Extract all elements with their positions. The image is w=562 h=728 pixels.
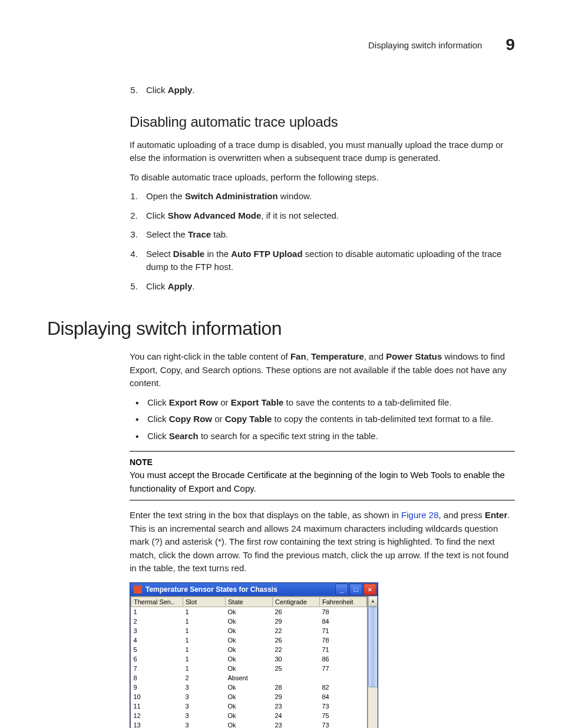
table-cell: 23 [273, 701, 320, 711]
table-cell: Ok [226, 683, 273, 692]
table-row[interactable]: 82Absent [131, 673, 367, 683]
running-title: Displaying switch information [368, 40, 482, 50]
step-3: Select the Trace tab. [140, 228, 515, 242]
window-title: Temperature Sensor States for Chassis [146, 585, 277, 594]
table-cell: 11 [131, 701, 183, 711]
table-row[interactable]: 133Ok2373 [131, 720, 367, 729]
step-4: Select Disable in the Auto FTP Upload se… [140, 248, 515, 274]
table-cell: 8 [131, 673, 183, 683]
minimize-button[interactable]: _ [335, 584, 348, 595]
col-thermal[interactable]: Thermal Sen.. [131, 597, 183, 607]
col-slot[interactable]: Slot [183, 597, 226, 607]
table-cell: 1 [183, 654, 226, 664]
col-centigrade[interactable]: Centigrade [273, 597, 320, 607]
scroll-track[interactable] [368, 607, 378, 729]
temperature-table[interactable]: Thermal Sen.. Slot State Centigrade Fahr… [131, 597, 367, 729]
bullet-copy: Click Copy Row or Copy Table to copy the… [130, 413, 515, 426]
table-cell: Ok [226, 701, 273, 711]
table-header-row: Thermal Sen.. Slot State Centigrade Fahr… [131, 597, 367, 607]
table-cell: 1 [131, 607, 183, 617]
step-5-preceding: Click Apply. [140, 84, 515, 97]
rightclick-paragraph: You can right-click in the table content… [130, 350, 515, 390]
table-cell: 1 [183, 664, 226, 673]
table-row[interactable]: 51Ok2271 [131, 645, 367, 654]
table-cell: 1 [183, 617, 226, 626]
note-block: NOTE You must accept the Brocade Certifi… [130, 451, 515, 500]
figure-28-link[interactable]: Figure 28 [401, 510, 438, 520]
table-cell: 29 [273, 617, 320, 626]
table-cell: 10 [131, 692, 183, 701]
table-cell: 3 [183, 683, 226, 692]
table-cell: 71 [320, 626, 367, 635]
table-cell: 82 [320, 683, 367, 692]
table-cell: 84 [320, 617, 367, 626]
table-cell: 77 [320, 664, 367, 673]
table-cell: 1 [183, 635, 226, 645]
table-cell: Ok [226, 711, 273, 720]
search-paragraph: Enter the text string in the box that di… [130, 509, 515, 575]
table-cell: 1 [183, 607, 226, 617]
close-button[interactable]: × [363, 584, 376, 595]
table-row[interactable]: 113Ok2373 [131, 701, 367, 711]
scroll-thumb[interactable] [368, 607, 378, 687]
step-5: Click Apply. [140, 280, 515, 294]
col-state[interactable]: State [226, 597, 273, 607]
disable-intro-paragraph: If automatic uploading of a trace dump i… [130, 139, 515, 165]
table-row[interactable]: 31Ok2271 [131, 626, 367, 635]
table-cell: 73 [320, 720, 367, 729]
table-cell: 26 [273, 635, 320, 645]
running-header: Displaying switch information 9 [47, 35, 515, 54]
table-cell: 26 [273, 607, 320, 617]
table-cell: 78 [320, 607, 367, 617]
table-cell: 25 [273, 664, 320, 673]
table-cell: Absent [226, 673, 273, 683]
table-row[interactable]: 21Ok2984 [131, 617, 367, 626]
table-cell: 73 [320, 701, 367, 711]
table-cell: Ok [226, 617, 273, 626]
table-cell: 2 [131, 617, 183, 626]
table-cell: 1 [183, 645, 226, 654]
col-fahrenheit[interactable]: Fahrenheit [320, 597, 367, 607]
step-1: Open the Switch Administration window. [140, 190, 515, 203]
table-cell: 22 [273, 645, 320, 654]
table-cell: 3 [183, 711, 226, 720]
table-cell: 30 [273, 654, 320, 664]
table-cell: 3 [183, 720, 226, 729]
app-icon [134, 585, 142, 594]
table-cell: Ok [226, 626, 273, 635]
table-row[interactable]: 71Ok2577 [131, 664, 367, 673]
step-2: Click Show Advanced Mode, if it is not s… [140, 209, 515, 223]
table-row[interactable]: 123Ok2475 [131, 711, 367, 720]
window-titlebar[interactable]: Temperature Sensor States for Chassis _ … [130, 583, 378, 596]
subsection-title: Disabling automatic trace uploads [130, 114, 515, 130]
table-cell: 24 [273, 711, 320, 720]
table-cell: 3 [183, 692, 226, 701]
table-cell: Ok [226, 607, 273, 617]
table-cell: 29 [273, 692, 320, 701]
table-container: Thermal Sen.. Slot State Centigrade Fahr… [130, 596, 368, 729]
table-cell: Ok [226, 664, 273, 673]
table-cell: 22 [273, 626, 320, 635]
table-row[interactable]: 103Ok2984 [131, 692, 367, 701]
pre-step-list: Click Apply. [130, 84, 515, 97]
table-cell: 7 [131, 664, 183, 673]
table-cell: 4 [131, 635, 183, 645]
table-row[interactable]: 93Ok2882 [131, 683, 367, 692]
vertical-scrollbar[interactable]: ▲ ▼ [368, 596, 378, 729]
table-cell: 5 [131, 645, 183, 654]
table-cell [273, 673, 320, 683]
scroll-up-button[interactable]: ▲ [368, 596, 378, 607]
table-row[interactable]: 11Ok2678 [131, 607, 367, 617]
section-title: Displaying switch information [47, 318, 515, 340]
table-row[interactable]: 61Ok3086 [131, 654, 367, 664]
bullet-search: Click Search to search for a specific te… [130, 430, 515, 443]
disable-steps-list: Open the Switch Administration window. C… [130, 190, 515, 293]
table-row[interactable]: 41Ok2678 [131, 635, 367, 645]
table-cell: Ok [226, 720, 273, 729]
action-bullet-list: Click Export Row or Export Table to save… [130, 396, 515, 443]
maximize-button[interactable]: □ [349, 584, 362, 595]
bullet-export: Click Export Row or Export Table to save… [130, 396, 515, 410]
table-cell: 6 [131, 654, 183, 664]
table-cell: 23 [273, 720, 320, 729]
table-cell: Ok [226, 692, 273, 701]
